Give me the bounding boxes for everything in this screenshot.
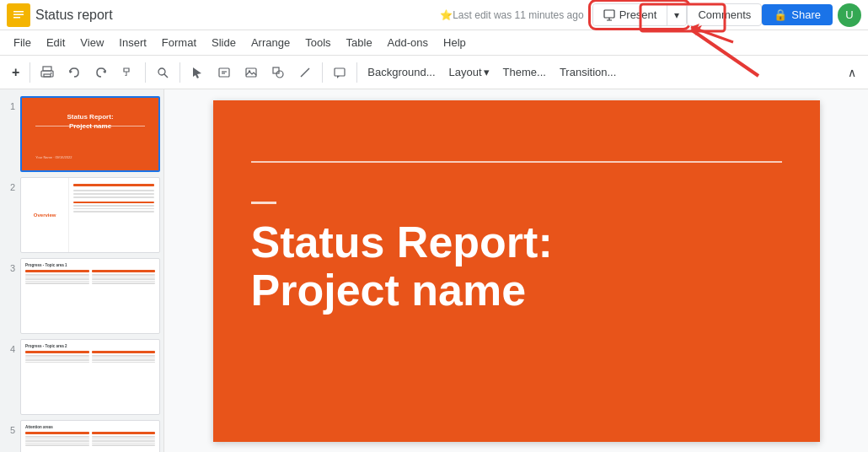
textbox-icon: [217, 66, 231, 79]
slide-thumb-4-container: 4 Progress - Topic area 2: [3, 339, 160, 415]
toolbar-sep-3: [179, 62, 180, 83]
svg-line-21: [301, 68, 309, 77]
slide-1-title: Status Report:Project name: [35, 112, 145, 131]
slide-3-content: Progress - Topic area 1: [21, 259, 159, 288]
toolbar-sep-1: [29, 62, 30, 83]
textbox-button[interactable]: [212, 62, 236, 83]
line-icon: [298, 66, 312, 79]
present-dropdown-button[interactable]: ▾: [667, 4, 686, 25]
svg-rect-3: [13, 17, 20, 19]
slide-thumb-2-container: 2 Overview: [3, 177, 160, 253]
cursor-button[interactable]: [185, 62, 209, 83]
slide-thumb-1-container: 1 Status Report:Project name Your Name ·…: [3, 96, 160, 172]
svg-rect-22: [335, 68, 345, 76]
menu-edit[interactable]: Edit: [40, 33, 72, 52]
menu-format[interactable]: Format: [155, 33, 203, 52]
slide-num-5: 5: [3, 420, 15, 435]
present-button[interactable]: Present: [593, 4, 667, 25]
svg-rect-10: [51, 73, 52, 74]
collapse-toolbar-button[interactable]: ∧: [843, 62, 861, 83]
menu-file[interactable]: File: [7, 33, 38, 52]
toolbar-sep-4: [322, 62, 323, 83]
slide-thumb-3-container: 3 Progress - Topic area 1: [3, 258, 160, 334]
toolbar-sep-2: [145, 62, 146, 83]
slide-thumbnail-2[interactable]: Overview: [20, 177, 160, 253]
slide-thumbnail-4[interactable]: Progress - Topic area 2: [20, 339, 160, 415]
last-edit: Last edit was 11 minutes ago: [453, 9, 583, 21]
slide-3-title: Progress - Topic area 1: [25, 263, 155, 267]
slide-num-1: 1: [3, 96, 15, 111]
menu-arrange[interactable]: Arrange: [244, 33, 297, 52]
redo-icon: [94, 66, 108, 79]
zoom-icon: [156, 66, 169, 79]
menu-view[interactable]: View: [73, 33, 110, 52]
shapes-button[interactable]: [266, 62, 290, 83]
format-paint-button[interactable]: [116, 62, 140, 83]
slide-panel: 1 Status Report:Project name Your Name ·…: [0, 89, 164, 452]
menu-insert[interactable]: Insert: [112, 33, 153, 52]
app-icon: [7, 3, 30, 27]
slide-canvas: Status Report: Project name: [213, 100, 820, 442]
background-label: Background...: [367, 66, 435, 78]
theme-label: Theme...: [503, 66, 546, 78]
zoom-button[interactable]: [151, 62, 174, 83]
comment-button[interactable]: [328, 62, 351, 83]
doc-title-stars: ⭐: [440, 9, 453, 21]
slide-2-left: Overview: [21, 178, 69, 252]
slide-thumb-5-container: 5 Attention areas: [3, 420, 160, 452]
present-icon: [603, 9, 615, 21]
menu-bar: File Edit View Insert Format Slide Arran…: [0, 30, 868, 56]
present-button-group[interactable]: Present ▾: [592, 3, 688, 26]
format-paint-icon: [121, 66, 135, 79]
slide-4-title: Progress - Topic area 2: [25, 344, 155, 348]
background-button[interactable]: Background...: [362, 62, 440, 82]
add-button[interactable]: +: [7, 62, 24, 83]
undo-icon: [67, 66, 81, 79]
slide-num-3: 3: [3, 258, 15, 273]
svg-rect-4: [604, 10, 614, 18]
slide-num-4: 4: [3, 339, 15, 354]
image-button[interactable]: [239, 62, 263, 83]
comments-button[interactable]: Comments: [687, 3, 762, 26]
cursor-icon: [190, 66, 204, 79]
menu-table[interactable]: Table: [340, 33, 379, 52]
comments-label: Comments: [698, 8, 751, 21]
shapes-icon: [271, 66, 285, 79]
menu-addons[interactable]: Add-ons: [381, 33, 435, 52]
print-button[interactable]: [35, 62, 59, 83]
layout-button[interactable]: Layout ▾: [444, 62, 495, 82]
redo-button[interactable]: [89, 62, 113, 83]
slide-num-2: 2: [3, 177, 15, 192]
slide-title-line1: Status Report:: [251, 218, 553, 266]
slide-thumbnail-3[interactable]: Progress - Topic area 1: [20, 258, 160, 334]
menu-slide[interactable]: Slide: [205, 33, 243, 52]
slide-thumbnail-5[interactable]: Attention areas: [20, 420, 160, 452]
svg-rect-20: [273, 67, 279, 73]
menu-tools[interactable]: Tools: [298, 33, 337, 52]
canvas-title-container: Status Report: Project name: [251, 218, 782, 315]
svg-rect-14: [219, 68, 229, 77]
menu-help[interactable]: Help: [437, 33, 473, 52]
main-content: 1 Status Report:Project name Your Name ·…: [0, 89, 868, 452]
toolbar-sep-5: [356, 62, 357, 83]
slide-4-content: Progress - Topic area 2: [21, 340, 159, 368]
slide-title-line2: Project name: [251, 266, 527, 315]
svg-rect-11: [126, 72, 127, 75]
user-avatar: U: [838, 3, 861, 27]
svg-rect-17: [246, 68, 256, 77]
slide-thumbnail-1[interactable]: Status Report:Project name Your Name · 0…: [20, 96, 160, 172]
layout-chevron: ▾: [484, 66, 490, 78]
doc-title: Status report: [35, 8, 435, 23]
line-button[interactable]: [293, 62, 317, 83]
svg-rect-7: [43, 67, 51, 71]
transition-button[interactable]: Transition...: [555, 62, 621, 82]
theme-button[interactable]: Theme...: [498, 62, 551, 82]
image-icon: [244, 66, 258, 79]
share-label: Share: [791, 8, 821, 21]
slide-2-right: [71, 181, 157, 248]
undo-button[interactable]: [62, 62, 86, 83]
share-button[interactable]: 🔒 Share: [762, 4, 833, 25]
transition-label: Transition...: [560, 66, 616, 78]
canvas-horizontal-line: [251, 161, 782, 163]
canvas-area[interactable]: Status Report: Project name: [164, 89, 868, 452]
